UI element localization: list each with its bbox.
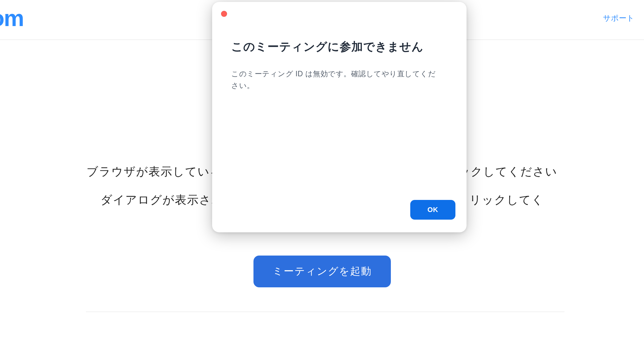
error-modal: このミーティングに参加できません このミーティング ID は無効です。確認してや… [212, 2, 467, 232]
support-link[interactable]: サポート [603, 13, 634, 23]
modal-footer: OK [220, 200, 459, 224]
launch-meeting-button[interactable]: ミーティングを起動 [253, 256, 391, 287]
modal-body-text: このミーティング ID は無効です。確認してやり直してください。 [231, 68, 440, 92]
zoom-logo-fragment: om [0, 5, 24, 31]
modal-title: このミーティングに参加できません [231, 39, 459, 55]
footer-divider [86, 311, 564, 312]
close-icon[interactable] [221, 11, 227, 17]
ok-button[interactable]: OK [410, 200, 455, 220]
